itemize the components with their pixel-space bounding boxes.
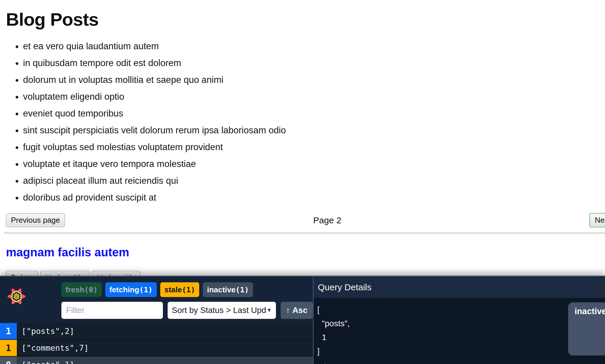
list-item: eveniet quod temporibus	[23, 108, 605, 119]
previous-page-button[interactable]: Previous page	[6, 213, 65, 227]
sort-select[interactable]: Sort by Status > Last Upd ▼	[168, 302, 276, 319]
filter-badge-stale[interactable]: stale(1)	[160, 282, 199, 297]
pagination: Previous page Page 2 Next page	[6, 213, 605, 227]
list-item: voluptate et itaque vero tempora molesti…	[23, 159, 605, 169]
badge-label: fresh	[66, 285, 84, 294]
query-details-body: [ "posts", 1 ] Observers: inactive	[314, 298, 605, 364]
devtools-query-list-pane: fresh(0) fetching(1) stale(1) inactive(1…	[0, 276, 314, 364]
sort-direction-button[interactable]: ↑ Asc	[281, 302, 313, 319]
query-key-line: ]	[317, 344, 605, 358]
badge-count: (1)	[182, 286, 195, 294]
arrow-up-icon: ↑	[286, 306, 290, 315]
filter-badge-inactive[interactable]: inactive(1)	[203, 282, 253, 297]
query-details-title: Query Details	[318, 282, 372, 292]
post-list: et ea vero quia laudantium autem in quib…	[0, 41, 605, 203]
badge-count: (1)	[236, 286, 249, 294]
react-query-devtools-panel: fresh(0) fetching(1) stale(1) inactive(1…	[0, 276, 605, 364]
query-key: ["posts",2]	[17, 323, 313, 339]
query-list-controls: Sort by Status > Last Upd ▼ ↑ Asc	[61, 302, 313, 319]
badge-label: fetching	[109, 285, 139, 294]
query-list: 1 ["posts",2] 1 ["comments",7] 0 ["posts…	[0, 323, 313, 364]
observers-label: Observers:	[317, 362, 605, 364]
query-details-header: Query Details	[314, 276, 605, 298]
list-item: sint suscipit perspiciatis velit dolorum…	[23, 125, 605, 136]
query-key-line: "posts",	[317, 317, 605, 330]
list-item: adipisci placeat illum aut reiciendis qu…	[23, 176, 605, 186]
list-item: in quibusdam tempore odit est dolorem	[23, 58, 605, 68]
query-row-posts-1[interactable]: 0 ["posts",1]	[0, 357, 313, 364]
react-query-logo-icon[interactable]	[5, 285, 28, 308]
observer-count-badge: 0	[0, 357, 17, 364]
observer-count-badge: 1	[0, 323, 17, 339]
blog-page: Blog Posts et ea vero quia laudantium au…	[0, 9, 605, 364]
filter-badge-fetching[interactable]: fetching(1)	[105, 282, 157, 297]
query-row-comments-7[interactable]: 1 ["comments",7]	[0, 340, 313, 356]
list-item: dolorum ut in voluptas mollitia et saepe…	[23, 75, 605, 85]
query-key-line: 1	[317, 330, 605, 344]
status-badge: inactive	[568, 302, 605, 355]
query-row-posts-2[interactable]: 1 ["posts",2]	[0, 323, 313, 339]
query-key-line: [	[317, 303, 605, 317]
query-details-pane: Query Details [ "posts", 1 ] Observers: …	[314, 276, 605, 364]
filter-badge-fresh[interactable]: fresh(0)	[61, 282, 102, 297]
badge-label: inactive	[207, 285, 236, 294]
sort-direction-label: Asc	[292, 306, 308, 315]
sort-select-value: Sort by Status > Last Upd	[172, 306, 266, 315]
page-indicator: Page 2	[313, 215, 341, 225]
chevron-down-icon: ▼	[267, 307, 272, 313]
list-item: et ea vero quia laudantium autem	[23, 41, 605, 52]
divider	[4, 233, 605, 233]
filter-input[interactable]	[61, 302, 163, 319]
badge-label: stale	[164, 285, 182, 294]
status-filter-badges: fresh(0) fetching(1) stale(1) inactive(1…	[61, 282, 313, 297]
list-item: fugit voluptas sed molestias voluptatem …	[23, 142, 605, 153]
query-key: ["comments",7]	[17, 340, 313, 356]
list-item: doloribus ad provident suscipit at	[23, 192, 605, 203]
observer-count-badge: 1	[0, 340, 17, 356]
query-key: ["posts",1]	[17, 357, 313, 364]
post-title-link[interactable]: magnam facilis autem	[6, 246, 129, 259]
page-title: Blog Posts	[6, 9, 605, 30]
badge-count: (1)	[139, 286, 153, 294]
next-page-button[interactable]: Next page	[589, 213, 605, 227]
badge-count: (0)	[84, 286, 98, 294]
list-item: voluptatem eligendi optio	[23, 91, 605, 102]
